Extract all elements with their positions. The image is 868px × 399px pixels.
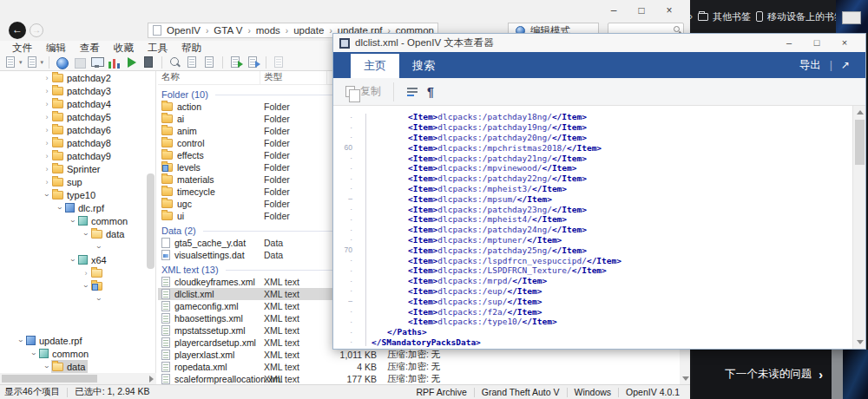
scroll-right-arrow[interactable] xyxy=(149,376,154,383)
breadcrumb-item[interactable]: update xyxy=(293,25,324,36)
import-icon[interactable] xyxy=(246,56,260,69)
expand-chevron-icon[interactable]: › xyxy=(43,165,51,173)
tree-item-patchday4[interactable]: ›patchday4 xyxy=(0,97,155,110)
tree-item[interactable]: › xyxy=(0,292,155,305)
menu-item-工具[interactable]: 工具 xyxy=(141,41,174,55)
collapse-chevron-icon[interactable]: › xyxy=(95,243,103,252)
search-icon[interactable] xyxy=(168,56,182,69)
viewer-scrollbar[interactable] xyxy=(852,106,865,349)
maximize-button[interactable]: □ xyxy=(628,0,655,22)
expand-chevron-icon[interactable]: › xyxy=(43,178,51,186)
preview-icon[interactable] xyxy=(89,56,104,69)
tree-scrollbar-thumb[interactable] xyxy=(147,173,155,269)
scroll-down-arrow[interactable] xyxy=(682,376,689,381)
collapse-chevron-icon[interactable]: › xyxy=(82,230,90,239)
browser-scrollbar[interactable] xyxy=(832,350,843,399)
run-script-icon[interactable] xyxy=(124,56,139,69)
mobile-bookmarks-button[interactable]: 移动设备上的书签 xyxy=(756,10,844,23)
viewer-titlebar[interactable]: dlclist.xml - OpenIV 文本查看器 – □ × xyxy=(333,34,865,52)
collapse-chevron-icon[interactable]: › xyxy=(43,191,51,200)
tree-item-patchday2[interactable]: ›patchday2 xyxy=(0,71,155,84)
save-icon[interactable] xyxy=(141,56,156,69)
collapse-chevron-icon[interactable]: › xyxy=(43,363,51,371)
menu-item-查看[interactable]: 查看 xyxy=(73,41,107,55)
collapse-chevron-icon[interactable]: › xyxy=(69,217,77,226)
tree-item-type10[interactable]: ›type10 xyxy=(0,188,155,201)
other-bookmarks-button[interactable]: 其他书签 xyxy=(698,10,751,23)
tree-item-common[interactable]: ›common xyxy=(0,347,155,360)
show-formatting-icon[interactable]: ¶ xyxy=(427,85,434,99)
word-wrap-icon[interactable] xyxy=(406,86,418,98)
expand-chevron-icon[interactable]: › xyxy=(82,269,90,278)
tab-搜索[interactable]: 搜索 xyxy=(399,54,448,78)
back-button[interactable]: ← xyxy=(9,22,26,39)
tree-item-patchday3[interactable]: ›patchday3 xyxy=(0,84,155,97)
close-button[interactable]: × xyxy=(655,0,683,22)
collapse-chevron-icon[interactable]: › xyxy=(69,256,77,265)
expand-chevron-icon[interactable]: › xyxy=(43,87,51,95)
next-unread-button[interactable]: 下一个未读的问题 › xyxy=(693,350,832,399)
tree-item-Sprinter[interactable]: ›Sprinter xyxy=(0,162,155,175)
menu-item-编辑[interactable]: 编辑 xyxy=(39,41,73,55)
tree-item-sup[interactable]: ›sup xyxy=(0,175,155,188)
tree-item-patchday8[interactable]: ›patchday8 xyxy=(0,136,155,149)
text-view-icon[interactable] xyxy=(185,56,200,69)
collapse-chevron-icon[interactable]: › xyxy=(30,350,38,358)
file-row-ropedata.xml[interactable]: ropedata.xmlXML text4 KB压缩:加密: 无 xyxy=(158,361,690,373)
viewer-scrollbar-thumb[interactable] xyxy=(855,120,865,165)
menu-item-文件[interactable]: 文件 xyxy=(5,41,39,55)
tree-item-dlc.rpf[interactable]: ›dlc.rpf xyxy=(0,201,155,214)
breadcrumb-item[interactable]: OpenIV xyxy=(167,25,201,36)
breadcrumb-item[interactable]: mods xyxy=(256,25,280,36)
menu-item-帮助[interactable]: 帮助 xyxy=(174,41,208,55)
expand-chevron-icon[interactable]: › xyxy=(43,152,51,160)
breadcrumb-item[interactable]: GTA V xyxy=(214,25,242,36)
tree-item[interactable]: › xyxy=(0,279,155,292)
file-row-scaleformpreallocation.xml[interactable]: scaleformpreallocation.xmlXML text177 KB… xyxy=(158,373,690,384)
menu-item-收藏[interactable]: 收藏 xyxy=(107,41,141,55)
viewer-maximize-button[interactable]: □ xyxy=(803,34,831,52)
scroll-up-arrow[interactable] xyxy=(857,110,864,114)
edit-mode-icon[interactable] xyxy=(55,56,69,69)
tree-item-patchday5[interactable]: ›patchday5 xyxy=(0,110,155,123)
collapse-chevron-icon[interactable]: › xyxy=(16,337,25,345)
forward-button[interactable]: → xyxy=(30,23,43,37)
tab-主页[interactable]: 主页 xyxy=(351,54,399,78)
viewer-scroll-down-arrow[interactable] xyxy=(857,340,864,344)
tree-item[interactable]: › xyxy=(0,240,155,253)
tree-hscroll-thumb[interactable] xyxy=(2,375,97,383)
rebuild-icon[interactable] xyxy=(272,56,286,69)
tree-item-patchday6[interactable]: ›patchday6 xyxy=(0,123,155,136)
expand-chevron-icon[interactable]: › xyxy=(43,126,51,134)
package-icon[interactable] xyxy=(72,56,87,69)
tree-item-common[interactable]: ›common xyxy=(0,214,155,227)
tree-item-x64[interactable]: ›x64 xyxy=(0,253,155,266)
expand-chevron-icon[interactable]: › xyxy=(43,100,51,108)
tree-item-data[interactable]: ›data xyxy=(0,227,155,240)
tree-item-patchday9[interactable]: ›patchday9 xyxy=(0,149,155,162)
expand-window-icon[interactable]: ↗ xyxy=(841,59,850,71)
collapse-chevron-icon[interactable]: › xyxy=(95,295,103,304)
new-file-icon[interactable] xyxy=(3,56,18,69)
dropdown-arrow-icon[interactable]: ▾ xyxy=(19,59,23,66)
copy-button[interactable]: 复制 xyxy=(345,84,381,99)
expand-chevron-icon[interactable]: › xyxy=(43,113,51,121)
dropdown-arrow-icon[interactable]: ▾ xyxy=(41,59,44,66)
viewer-close-button[interactable]: × xyxy=(831,34,858,52)
template-view-icon[interactable] xyxy=(202,56,217,69)
tree-item[interactable]: › xyxy=(0,266,155,279)
open-file-icon[interactable] xyxy=(25,56,40,69)
expand-chevron-icon[interactable]: › xyxy=(43,139,51,147)
statistics-icon[interactable] xyxy=(107,56,122,69)
export-button[interactable]: 导出 xyxy=(799,58,821,73)
collapse-chevron-icon[interactable]: › xyxy=(82,282,90,291)
collapse-chevron-icon[interactable]: › xyxy=(56,204,64,213)
export-icon[interactable] xyxy=(228,56,243,69)
tree-horizontal-scrollbar[interactable] xyxy=(0,373,156,384)
column-header-type[interactable]: 类型 xyxy=(260,71,327,84)
file-row-playerxlast.xml[interactable]: playerxlast.xmlXML text1,011 KB压缩:加密: 无 xyxy=(158,349,690,361)
column-header-name[interactable]: 名称 ˆ xyxy=(158,71,260,84)
tree-item-data[interactable]: ›data xyxy=(0,360,155,373)
expand-chevron-icon[interactable]: › xyxy=(43,74,51,82)
viewer-minimize-button[interactable]: – xyxy=(775,34,803,52)
